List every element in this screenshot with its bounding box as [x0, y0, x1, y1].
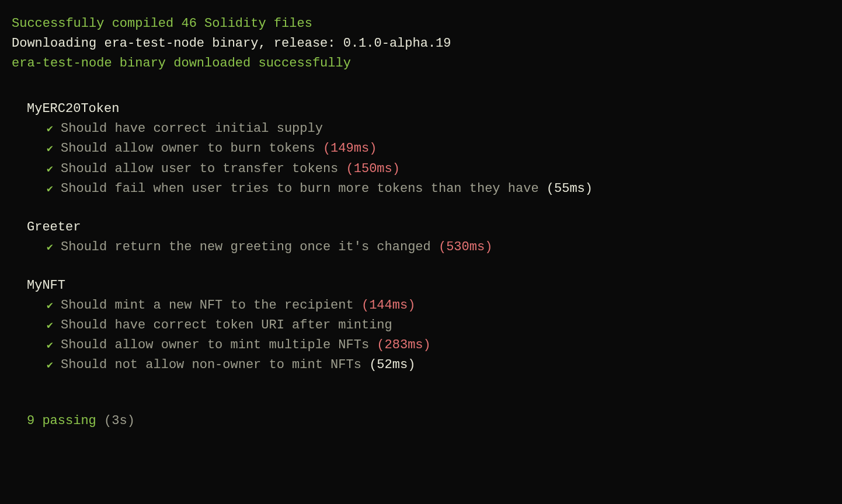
test-case: ✔ Should return the new greeting once it… [12, 237, 830, 257]
test-duration: (150ms) [346, 162, 400, 176]
compiled-line: Successfully compiled 46 Solidity files [12, 14, 830, 34]
test-case: ✔ Should fail when user tries to burn mo… [12, 179, 830, 199]
test-suite: Greeter✔ Should return the new greeting … [12, 218, 830, 257]
test-suite: MyERC20Token✔ Should have correct initia… [12, 99, 830, 198]
check-icon: ✔ [47, 340, 53, 351]
test-case: ✔ Should mint a new NFT to the recipient… [12, 296, 830, 316]
check-icon: ✔ [47, 123, 53, 135]
test-description: Should allow user to transfer tokens [61, 162, 338, 176]
test-description: Should not allow non-owner to mint NFTs [61, 358, 361, 372]
test-duration: (52ms) [369, 358, 415, 372]
check-icon: ✔ [47, 320, 53, 331]
test-case: ✔ Should allow user to transfer tokens (… [12, 159, 830, 179]
check-icon: ✔ [47, 242, 53, 253]
passing-duration: (3s) [104, 414, 135, 428]
check-icon: ✔ [47, 143, 53, 155]
test-description: Should mint a new NFT to the recipient [61, 298, 354, 313]
check-icon: ✔ [47, 300, 53, 312]
test-duration: (144ms) [361, 298, 415, 313]
passing-count: 9 passing [27, 414, 96, 428]
test-description: Should have correct token URI after mint… [61, 318, 392, 332]
test-case: ✔ Should allow owner to mint multiple NF… [12, 335, 830, 355]
test-summary: 9 passing (3s) [12, 411, 830, 431]
test-duration: (530ms) [439, 240, 492, 254]
test-suites: MyERC20Token✔ Should have correct initia… [12, 99, 830, 375]
test-description: Should allow owner to burn tokens [61, 141, 315, 156]
test-case: ✔ Should have correct token URI after mi… [12, 316, 830, 335]
test-duration: (149ms) [323, 141, 377, 156]
downloaded-line: era-test-node binary downloaded successf… [12, 54, 830, 74]
check-icon: ✔ [47, 359, 53, 371]
check-icon: ✔ [47, 183, 53, 195]
suite-title: Greeter [12, 218, 830, 237]
suite-title: MyERC20Token [12, 99, 830, 119]
downloading-line: Downloading era-test-node binary, releas… [12, 34, 830, 54]
test-case: ✔ Should allow owner to burn tokens (149… [12, 139, 830, 159]
test-case: ✔ Should have correct initial supply [12, 119, 830, 139]
test-duration: (283ms) [377, 338, 430, 352]
test-description: Should fail when user tries to burn more… [61, 181, 539, 196]
compilation-header: Successfully compiled 46 Solidity files … [12, 14, 830, 74]
test-case: ✔ Should not allow non-owner to mint NFT… [12, 355, 830, 375]
suite-title: MyNFT [12, 276, 830, 296]
test-description: Should return the new greeting once it's… [61, 240, 431, 254]
test-duration: (55ms) [547, 181, 593, 196]
test-description: Should have correct initial supply [61, 121, 323, 136]
test-description: Should allow owner to mint multiple NFTs [61, 338, 369, 352]
check-icon: ✔ [47, 163, 53, 175]
test-suite: MyNFT✔ Should mint a new NFT to the reci… [12, 276, 830, 375]
